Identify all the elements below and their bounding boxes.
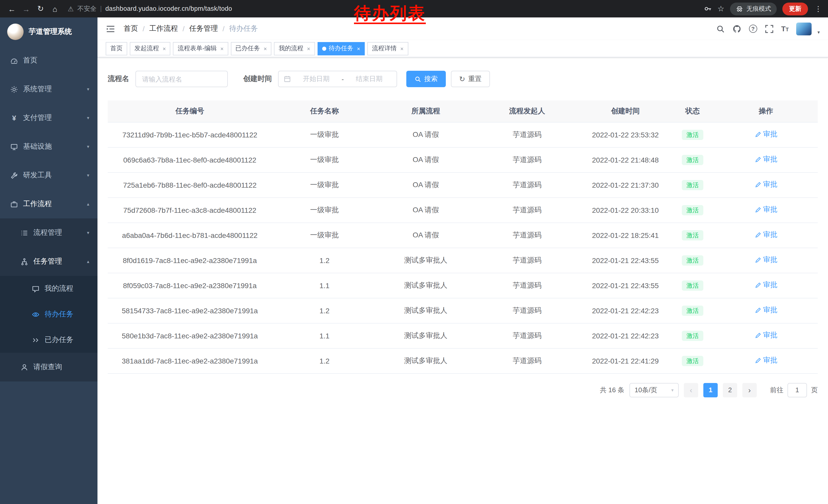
created-cell: 2022-01-22 21:37:30: [580, 172, 671, 197]
close-icon[interactable]: ×: [400, 45, 404, 51]
browser-menu-icon[interactable]: ⋮: [814, 5, 823, 13]
approve-link[interactable]: 审批: [754, 331, 778, 340]
date-range-picker[interactable]: 开始日期 - 结束日期: [278, 71, 397, 87]
tab-my-process[interactable]: 我的流程×: [274, 42, 315, 55]
list-icon: [20, 229, 28, 237]
task-name-cell: 一级审批: [272, 147, 377, 172]
annotation-overlay: 待办列表: [354, 4, 426, 25]
close-icon[interactable]: ×: [357, 45, 360, 51]
page-button-2[interactable]: 2: [723, 383, 737, 397]
edit-icon: [754, 282, 761, 289]
starter-cell: 芋道源码: [474, 323, 580, 348]
monitor-icon: [10, 143, 18, 150]
task-name-cell: 1.2: [272, 348, 377, 373]
page-size-select[interactable]: 10条/页 ▾: [629, 383, 679, 397]
created-cell: 2022-01-21 22:43:55: [580, 273, 671, 298]
yen-icon: ¥: [10, 114, 18, 122]
gear-icon: [10, 85, 18, 93]
reload-icon[interactable]: ↻: [34, 4, 47, 13]
prev-page-button[interactable]: ‹: [684, 383, 698, 397]
sidebar-item-home[interactable]: 首页: [0, 46, 97, 75]
approve-link[interactable]: 审批: [754, 180, 778, 189]
col-action: 操作: [714, 100, 818, 122]
sidebar-item-label: 已办任务: [45, 335, 73, 345]
sidebar-item-done-task[interactable]: 已办任务: [0, 327, 97, 353]
sidebar-item-system[interactable]: 系统管理 ▾: [0, 75, 97, 103]
task-id-cell: 73211d9d-7b9b-11ec-b5b7-acde48001122: [108, 122, 272, 147]
tab-done-tasks[interactable]: 已办任务×: [231, 42, 272, 55]
process-name-input[interactable]: [135, 71, 228, 87]
sidebar: 芋道管理系统 首页 系统管理 ▾ ¥ 支付管理 ▾ 基础设施 ▾: [0, 17, 97, 504]
back-icon[interactable]: ←: [5, 4, 18, 13]
table-row: 8f059c03-7ac8-11ec-a9e2-a2380e71991a 1.1…: [108, 273, 818, 298]
approve-link[interactable]: 审批: [754, 205, 778, 215]
sidebar-item-my-process[interactable]: 我的流程: [0, 276, 97, 302]
breadcrumb-workflow[interactable]: 工作流程: [149, 24, 178, 33]
starter-cell: 芋道源码: [474, 197, 580, 223]
approve-link[interactable]: 审批: [754, 155, 778, 164]
edit-icon: [754, 257, 761, 264]
approve-link[interactable]: 审批: [754, 230, 778, 240]
user-avatar[interactable]: [796, 22, 812, 35]
approve-link[interactable]: 审批: [754, 256, 778, 265]
approve-link[interactable]: 审批: [754, 306, 778, 315]
forward-icon[interactable]: →: [19, 4, 33, 13]
help-icon[interactable]: ?: [749, 25, 757, 33]
address-bar[interactable]: ⚠ 不安全 | dashboard.yudao.iocoder.cn/bpm/t…: [68, 4, 232, 13]
tab-todo-tasks[interactable]: 待办任务×: [318, 42, 365, 55]
close-icon[interactable]: ×: [220, 45, 224, 51]
reset-button[interactable]: ↻ 重置: [451, 71, 490, 87]
bookmark-star-icon[interactable]: ☆: [717, 4, 724, 13]
tab-form-edit[interactable]: 流程表单-编辑×: [173, 42, 228, 55]
sidebar-item-payment[interactable]: ¥ 支付管理 ▾: [0, 103, 97, 132]
breadcrumb-task-mgmt[interactable]: 任务管理: [189, 24, 218, 33]
github-icon[interactable]: [733, 25, 741, 33]
total-count: 共 16 条: [600, 385, 624, 395]
goto-group: 前往 页: [770, 383, 818, 397]
sidebar-collapse-icon[interactable]: [106, 24, 115, 34]
task-id-cell: 8f0d1619-7ac8-11ec-a9e2-a2380e71991a: [108, 248, 272, 273]
tab-home[interactable]: 首页: [106, 42, 127, 55]
next-page-button[interactable]: ›: [742, 383, 757, 397]
tab-process-detail[interactable]: 流程详情×: [367, 42, 408, 55]
home-icon[interactable]: ⌂: [48, 4, 61, 13]
breadcrumb-separator: /: [223, 25, 225, 33]
sidebar-logo[interactable]: 芋道管理系统: [0, 17, 97, 46]
breadcrumb-home[interactable]: 首页: [124, 24, 138, 33]
approve-link[interactable]: 审批: [754, 130, 778, 139]
status-cell: 激活: [671, 223, 714, 248]
search-icon[interactable]: [716, 25, 725, 33]
user-menu-caret-icon[interactable]: ▾: [818, 30, 820, 35]
edit-icon: [754, 307, 761, 314]
process-cell: OA 请假: [377, 147, 474, 172]
status-badge: 激活: [682, 130, 703, 140]
search-button[interactable]: 搜索: [406, 71, 446, 87]
close-icon[interactable]: ×: [307, 45, 310, 51]
sidebar-item-infrastructure[interactable]: 基础设施 ▾: [0, 132, 97, 161]
sidebar-item-workflow[interactable]: 工作流程 ▴: [0, 190, 97, 218]
fullscreen-icon[interactable]: [765, 25, 774, 33]
edit-icon: [754, 156, 761, 163]
navbar-actions: ? TT ▾: [716, 22, 820, 35]
tab-start-process[interactable]: 发起流程×: [130, 42, 171, 55]
sidebar-item-leave-query[interactable]: 请假查询: [0, 353, 97, 381]
filter-bar: 流程名 创建时间 开始日期 - 结束日期 搜索 ↻: [108, 71, 818, 87]
close-icon[interactable]: ×: [264, 45, 267, 51]
sidebar-item-devtools[interactable]: 研发工具 ▾: [0, 161, 97, 190]
browser-update-button[interactable]: 更新: [782, 2, 808, 15]
starter-cell: 芋道源码: [474, 248, 580, 273]
close-icon[interactable]: ×: [163, 45, 166, 51]
password-key-icon[interactable]: [704, 5, 712, 13]
edit-icon: [754, 357, 761, 364]
starter-cell: 芋道源码: [474, 122, 580, 147]
sidebar-item-process-mgmt[interactable]: 流程管理 ▾: [0, 218, 97, 247]
goto-page-input[interactable]: [787, 383, 807, 397]
sidebar-item-todo-task[interactable]: 待办任务: [0, 302, 97, 327]
sidebar-item-task-mgmt[interactable]: 任务管理 ▴: [0, 247, 97, 276]
process-cell: 测试多审批人: [377, 348, 474, 373]
create-time-label: 创建时间: [243, 74, 272, 84]
approve-link[interactable]: 审批: [754, 281, 778, 290]
approve-link[interactable]: 审批: [754, 356, 778, 365]
font-size-icon[interactable]: TT: [781, 25, 789, 33]
page-button-1[interactable]: 1: [703, 383, 718, 397]
